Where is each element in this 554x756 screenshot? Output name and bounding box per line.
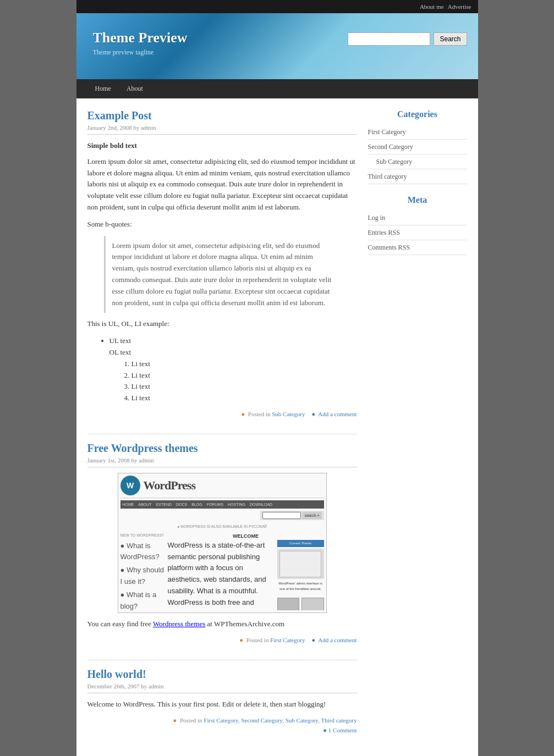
nav-about[interactable]: About — [119, 79, 151, 98]
hello-posted-in: ● Posted in First Category, Second Categ… — [173, 717, 357, 724]
sidebar: Categories First Category Second Categor… — [368, 109, 467, 266]
comment-link-example: ● Add a comment — [311, 411, 356, 417]
hello-cat3[interactable]: Sub Category — [286, 717, 318, 724]
sidebar-item-third-cat: Third category — [368, 169, 467, 184]
third-cat-link[interactable]: Third category — [368, 173, 407, 180]
site-title: Theme Preview — [93, 30, 188, 46]
meta-list: Log in Entries RSS Comments RSS — [368, 211, 467, 255]
post-author-example[interactable]: admin — [141, 124, 156, 131]
wp-nav-home: HOME — [123, 501, 134, 507]
add-comment-link[interactable]: Add a comment — [318, 411, 356, 417]
categories-list: First Category Second Category Sub Categ… — [368, 125, 467, 184]
wp-body: NEW TO WORDPRESS? ● What is WordPress? ●… — [120, 532, 324, 610]
wp-screenshot: W WordPress HOME ABOUT EXTEND DOCS BLOG … — [118, 473, 327, 613]
wp-logo-icon: W — [120, 476, 140, 495]
sub-cat-link[interactable]: Sub Category — [376, 158, 413, 165]
first-cat-link[interactable]: First Category — [368, 128, 406, 136]
post-meta-wp: January 1st, 2008 by admin — [87, 457, 357, 467]
hello-comment-line: ● 1 Comment — [87, 727, 357, 733]
list-example: UL text OL text Li text Li text Li text … — [98, 335, 357, 404]
bullet-blue-hello: ● — [323, 727, 327, 733]
sidebar-item-first-cat: First Category — [368, 125, 467, 140]
divider2 — [87, 660, 357, 660]
sidebar-item-sub-cat: Sub Category — [368, 154, 467, 169]
list-item: OL text — [109, 347, 357, 358]
post-author-wp[interactable]: admin — [139, 457, 154, 463]
hello-comment-link[interactable]: 1 Comment — [328, 727, 357, 733]
about-link[interactable]: About me — [420, 3, 444, 10]
login-link[interactable]: Log in — [368, 214, 386, 222]
post-title-wp[interactable]: Free Wordpress themes — [87, 442, 198, 454]
wp-left-col: NEW TO WORDPRESS? ● What is WordPress? ●… — [120, 532, 164, 610]
wp-header: W WordPress — [120, 476, 324, 498]
post-content-example: Simple bold text Lorem ipsum dolor sit a… — [87, 140, 357, 404]
main-content: Example Post January 2nd, 2008 by admin … — [87, 109, 368, 750]
post-footer-wp: ● Posted in First Category ● Add a comme… — [87, 637, 357, 643]
screen-thumb-1 — [277, 598, 300, 610]
divider — [87, 434, 357, 434]
sidebar-categories: Categories First Category Second Categor… — [368, 109, 467, 184]
post-category-link[interactable]: Sub Category — [272, 411, 305, 417]
second-cat-link[interactable]: Second Category — [368, 143, 413, 151]
wp-body-text: You can easy find free Wordpress themes … — [87, 619, 357, 630]
wp-nav-hosting: HOSTING — [228, 501, 245, 507]
wp-nav-download: DOWNLOAD — [250, 501, 272, 507]
site-tagline: Theme preview tagline — [93, 48, 188, 57]
post-title-example[interactable]: Example Post — [87, 109, 152, 122]
post-footer-example: ● Posted in Sub Category ● Add a comment — [87, 411, 357, 417]
wp-nav-blog: BLOG — [191, 501, 202, 507]
nav-home[interactable]: Home — [87, 79, 119, 98]
wp-theme-preview: Current Theme WordPress' admin interface… — [277, 540, 324, 610]
wp-logo-text: WordPress — [144, 476, 195, 495]
meta-title: Meta — [368, 195, 467, 205]
categories-title: Categories — [368, 109, 467, 119]
wp-nav-bar: HOME ABOUT EXTEND DOCS BLOG FORUMS HOSTI… — [120, 500, 324, 509]
wp-nav-about: ABOUT — [139, 501, 152, 507]
hello-paragraph: Welcome to WordPress. This is your first… — [87, 699, 357, 710]
sidebar-item-login: Log in — [368, 211, 467, 225]
wp-search-btn: search » — [303, 512, 322, 519]
post-paragraph: Lorem ipsum dolor sit amet, consectetur … — [87, 156, 357, 213]
wp-themes-link[interactable]: Wordpress themes — [153, 620, 205, 628]
hello-cat2[interactable]: Second Category — [241, 717, 282, 724]
post-meta-example: January 2nd, 2008 by admin — [87, 124, 357, 135]
wp-nav-forums: FORUMS — [207, 501, 223, 507]
wp-nav-docs: DOCS — [176, 501, 187, 507]
post-footer-hello: ● Posted in First Category, Second Categ… — [87, 717, 357, 724]
wp-category-link[interactable]: First Category — [270, 637, 305, 643]
sidebar-item-comments-rss: Comments RSS — [368, 240, 467, 255]
add-comment-wp[interactable]: Add a comment — [318, 637, 356, 643]
comments-rss-link[interactable]: Comments RSS — [368, 244, 410, 251]
advertise-link[interactable]: Advertise — [448, 3, 471, 10]
wp-screenshot-container: W WordPress HOME ABOUT EXTEND DOCS BLOG … — [87, 473, 357, 613]
entries-rss-link[interactable]: Entries RSS — [368, 229, 400, 236]
topbar: About me | Advertise — [76, 0, 478, 13]
wp-center-col: WELCOME WordPress is a state-of-the-art … — [168, 532, 324, 610]
posted-in-wp: ● Posted in First Category — [239, 637, 305, 643]
list-item: UL text — [109, 335, 357, 347]
post-content-hello: Welcome to WordPress. This is your first… — [87, 699, 357, 710]
post-author-hello[interactable]: admin — [149, 683, 164, 689]
list-item: Li text — [131, 393, 357, 404]
sidebar-item-entries-rss: Entries RSS — [368, 225, 467, 240]
post-blockquote: Lorem ipsum dolor sit amet, consectetur … — [104, 236, 341, 313]
wp-available-text: ● WORDPRESS IS ALSO AVAILABLE IN РУССКИЙ — [120, 523, 324, 529]
search-input[interactable] — [348, 32, 430, 46]
search-button[interactable]: Search — [434, 32, 467, 46]
list-item: Li text — [131, 358, 357, 370]
main-nav: Home About — [76, 79, 478, 98]
post-bold-text: Simple bold text — [87, 140, 357, 152]
site-header: Theme Preview Theme preview tagline Sear… — [76, 13, 478, 79]
hello-cat1[interactable]: First Category — [204, 717, 238, 724]
header-search-area: Search — [348, 32, 467, 46]
hello-cat4[interactable]: Third category — [321, 717, 356, 724]
wp-search-input[interactable] — [262, 512, 301, 519]
post-title-hello[interactable]: Hello world! — [87, 668, 146, 680]
screen-thumbnails — [277, 598, 324, 610]
list-item: Li text — [131, 370, 357, 382]
screen-thumb-2 — [301, 598, 324, 610]
post-meta-hello: December 26th, 2007 by admin — [87, 683, 357, 693]
posted-in-label: ● Posted in Sub Category — [241, 411, 305, 417]
post-hello-world: Hello world! December 26th, 2007 by admi… — [87, 668, 357, 733]
list-item: Li text — [131, 381, 357, 393]
